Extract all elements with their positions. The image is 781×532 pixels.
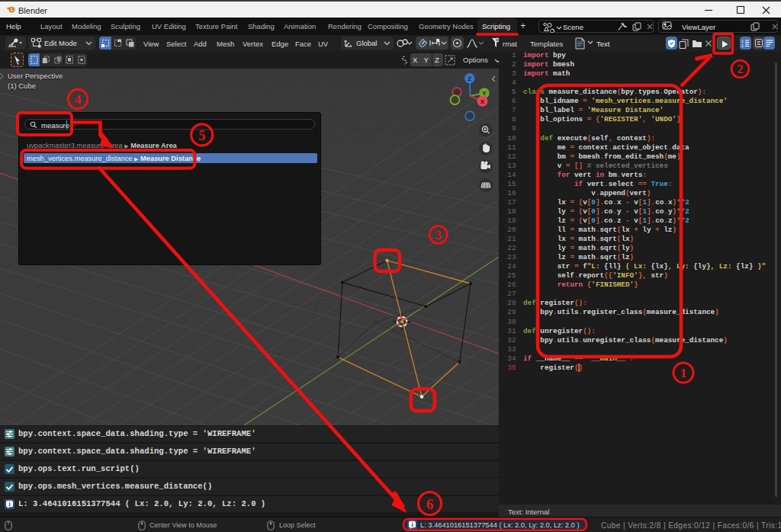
svg-text:X: X xyxy=(480,98,485,105)
svg-text:2: 2 xyxy=(741,43,744,48)
svg-text:Z: Z xyxy=(468,75,471,82)
